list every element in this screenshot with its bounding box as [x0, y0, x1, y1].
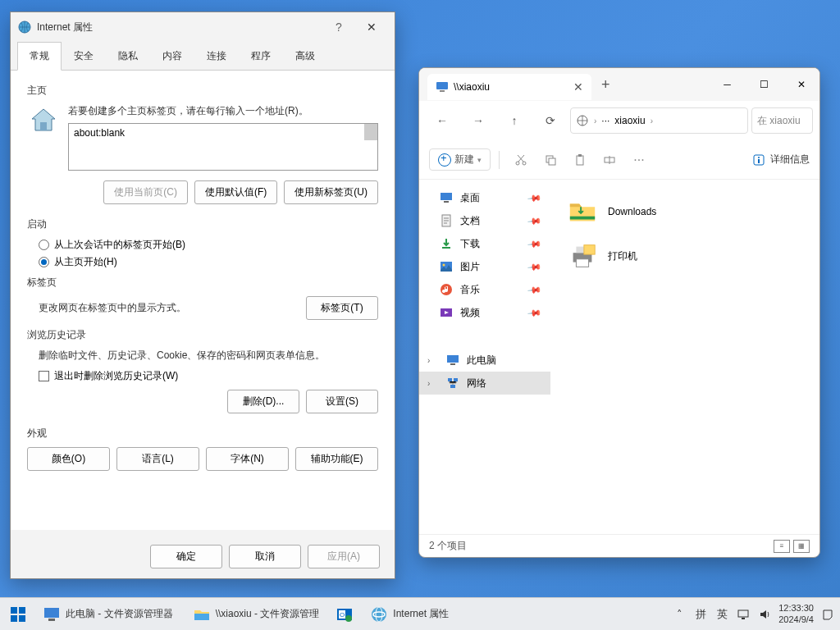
sidebar-item-downloads[interactable]: 下载📌 — [419, 232, 550, 255]
language-button[interactable]: 语言(L) — [116, 447, 199, 471]
svg-rect-34 — [11, 615, 17, 622]
close-button[interactable]: ✕ — [355, 21, 388, 34]
internet-properties-dialog: Internet 属性 ? ✕ 常规 安全 隐私 内容 连接 程序 高级 主页 … — [10, 11, 395, 579]
address-bar[interactable]: › ··· xiaoxiu › — [570, 107, 748, 134]
tab-programs[interactable]: 程序 — [239, 42, 283, 70]
sidebar-item-videos[interactable]: 视频📌 — [419, 301, 550, 324]
new-tab-button[interactable]: + — [601, 76, 610, 94]
svg-rect-36 — [44, 608, 59, 618]
tab-privacy[interactable]: 隐私 — [106, 42, 150, 70]
tab-security[interactable]: 安全 — [62, 42, 106, 70]
delete-button[interactable]: 删除(D)... — [227, 390, 299, 413]
radio-from-home[interactable]: 从主页开始(H) — [39, 255, 378, 269]
view-buttons: ≡ ▦ — [774, 540, 810, 553]
tab-advanced[interactable]: 高级 — [283, 42, 327, 70]
ime-pinyin[interactable]: 拼 — [693, 607, 708, 622]
start-button[interactable] — [5, 601, 31, 628]
maximize-button[interactable]: ☐ — [746, 68, 783, 101]
plus-circle-icon — [438, 153, 451, 167]
task-internet-properties[interactable]: Internet 属性 — [362, 601, 457, 628]
accessibility-button[interactable]: 辅助功能(E) — [295, 447, 378, 471]
svg-rect-23 — [450, 363, 455, 365]
help-button[interactable]: ? — [322, 21, 355, 34]
view-grid-button[interactable]: ▦ — [793, 540, 810, 553]
explorer-toolbar: 新建▾ ··· 详细信息 — [419, 140, 819, 180]
use-default-button[interactable]: 使用默认值(F) — [194, 180, 277, 204]
up-button[interactable]: ↑ — [498, 107, 531, 134]
tab-close-icon[interactable]: ✕ — [573, 80, 583, 94]
new-button[interactable]: 新建▾ — [429, 148, 491, 171]
radio-last-session[interactable]: 从上次会话中的标签页开始(B) — [39, 238, 378, 252]
item-printer[interactable]: 打印机 — [560, 234, 810, 278]
explorer-statusbar: 2 个项目 ≡ ▦ — [419, 534, 819, 557]
more-button[interactable]: ··· — [626, 147, 652, 173]
details-button[interactable]: 详细信息 — [752, 153, 810, 167]
network-icon[interactable] — [736, 607, 751, 622]
sidebar-item-music[interactable]: 音乐📌 — [419, 278, 550, 301]
font-button[interactable]: 字体(N) — [206, 447, 289, 471]
svg-rect-14 — [758, 159, 760, 163]
task-xiaoxiu[interactable]: \\xiaoxiu - 文件资源管理 — [185, 601, 328, 628]
separator — [499, 151, 500, 169]
volume-icon[interactable] — [757, 607, 772, 622]
tabpage-desc: 更改网页在标签页中的显示方式。 — [39, 301, 306, 315]
paste-button[interactable] — [567, 147, 593, 173]
chevron-icon: › — [594, 116, 596, 126]
apply-button[interactable]: 应用(A) — [308, 545, 380, 568]
homepage-input[interactable] — [68, 123, 378, 171]
sidebar-item-desktop[interactable]: 桌面📌 — [419, 186, 550, 209]
settings-button[interactable]: 设置(S) — [306, 390, 378, 413]
sidebar-item-documents[interactable]: 文档📌 — [419, 209, 550, 232]
ime-lang[interactable]: 英 — [714, 607, 729, 622]
svg-rect-32 — [11, 607, 17, 614]
pin-icon: 📌 — [527, 190, 542, 206]
copy-button[interactable] — [537, 147, 564, 173]
outlook-icon: O — [336, 605, 354, 623]
refresh-button[interactable]: ⟳ — [534, 107, 567, 134]
pin-icon: 📌 — [527, 236, 542, 252]
minimize-button[interactable]: ─ — [709, 68, 746, 101]
notifications-icon[interactable] — [820, 607, 835, 622]
tabpage-button[interactable]: 标签页(T) — [306, 296, 378, 320]
cut-button[interactable] — [508, 147, 534, 173]
tab-general[interactable]: 常规 — [17, 42, 62, 71]
use-newtab-button[interactable]: 使用新标签页(U) — [284, 180, 378, 204]
info-icon — [752, 153, 765, 167]
cancel-button[interactable]: 取消 — [229, 545, 301, 568]
explorer-tab[interactable]: \\xiaoxiu ✕ — [427, 74, 591, 100]
item-downloads[interactable]: Downloads — [560, 189, 810, 234]
clock[interactable]: 12:33:30 2024/9/4 — [778, 603, 814, 624]
home-icon — [27, 104, 60, 137]
svg-rect-1 — [40, 122, 47, 130]
back-button[interactable]: ← — [426, 107, 459, 134]
pin-icon: 📌 — [527, 213, 542, 229]
color-button[interactable]: 颜色(O) — [27, 447, 110, 471]
checkbox-icon — [39, 371, 49, 381]
delete-on-exit-checkbox[interactable]: 退出时删除浏览历史记录(W) — [39, 369, 378, 383]
sidebar-item-this-pc[interactable]: ›此电脑 — [419, 349, 550, 372]
sidebar-item-network[interactable]: ›网络 — [419, 372, 550, 395]
task-this-pc[interactable]: 此电脑 - 文件资源管理器 — [34, 601, 181, 628]
tab-connections[interactable]: 连接 — [194, 42, 239, 70]
svg-rect-2 — [436, 82, 448, 89]
tab-content[interactable]: 内容 — [150, 42, 194, 70]
history-desc: 删除临时文件、历史记录、Cookie、保存的密码和网页表单信息。 — [39, 349, 378, 363]
task-outlook[interactable]: O — [331, 601, 358, 628]
forward-button[interactable]: → — [462, 107, 495, 134]
history-section: 浏览历史记录 — [27, 328, 378, 342]
svg-text:O: O — [340, 611, 345, 619]
search-input[interactable]: 在 xiaoxiu — [751, 107, 813, 134]
ok-button[interactable]: 确定 — [150, 545, 222, 568]
scrollbar-thumb[interactable] — [364, 124, 377, 140]
tray-chevron-icon[interactable]: ˄ — [672, 607, 687, 622]
svg-rect-38 — [194, 614, 209, 620]
view-list-button[interactable]: ≡ — [774, 540, 790, 553]
sidebar-item-pictures[interactable]: 图片📌 — [419, 255, 550, 278]
pin-icon: 📌 — [527, 305, 542, 321]
use-current-button[interactable]: 使用当前页(C) — [103, 180, 188, 204]
close-button[interactable]: ✕ — [783, 68, 819, 101]
svg-rect-15 — [441, 193, 452, 200]
rename-button[interactable] — [596, 147, 623, 173]
explorer-content[interactable]: Downloads 打印机 — [550, 180, 819, 534]
taskbar: 此电脑 - 文件资源管理器 \\xiaoxiu - 文件资源管理 O Inter… — [0, 597, 840, 630]
